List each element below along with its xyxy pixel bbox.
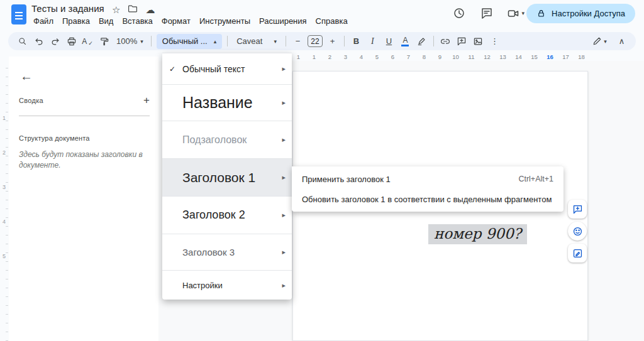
style-menu-item[interactable]: Настройки ▸ xyxy=(162,270,292,300)
editing-mode-select[interactable]: ▾ xyxy=(592,34,608,49)
share-button-label: Настройки Доступа xyxy=(552,9,625,18)
menu-item[interactable]: Вставка xyxy=(118,15,157,27)
style-menu-item-label: Обычный текст xyxy=(182,64,245,74)
comments-icon[interactable] xyxy=(479,6,494,21)
zoom-select[interactable]: 100% ▾ xyxy=(113,36,147,46)
horizontal-ruler-number: 1 xyxy=(291,53,306,60)
menu-item[interactable]: Инструменты xyxy=(195,15,255,27)
video-call-caret-icon[interactable]: ▾ xyxy=(521,10,525,16)
style-menu-item-label: Заголовок 2 xyxy=(182,208,245,222)
vertical-ruler-number: 1 xyxy=(0,114,8,148)
heading1-submenu: Применить заголовок 1 Ctrl+Alt+1 Обновит… xyxy=(292,166,564,212)
add-comment-icon[interactable] xyxy=(454,34,470,49)
horizontal-ruler-number: 6 xyxy=(385,53,401,60)
add-comment-fab[interactable] xyxy=(568,200,587,219)
close-sidebar-icon[interactable]: ← xyxy=(20,69,33,84)
horizontal-ruler-number: 18 xyxy=(574,53,589,60)
submenu-item[interactable]: Применить заголовок 1 Ctrl+Alt+1 xyxy=(292,169,564,189)
horizontal-ruler-number: 14 xyxy=(511,53,526,60)
search-menus-icon[interactable] xyxy=(14,34,30,49)
docs-logo-icon[interactable] xyxy=(11,4,26,24)
paragraph-styles-select[interactable]: Обычный ... ▴ xyxy=(157,34,222,49)
outline-title: Структура документа xyxy=(19,134,90,142)
menu-item[interactable]: Расширения xyxy=(255,15,311,27)
vertical-ruler-number: 3 xyxy=(0,183,8,217)
vertical-ruler-number: 4 xyxy=(0,217,8,252)
increase-font-size-button[interactable]: + xyxy=(325,34,340,49)
highlight-color-icon[interactable] xyxy=(414,34,430,49)
vertical-ruler-number: 5 xyxy=(0,252,8,286)
editing-mode-caret-icon: ▾ xyxy=(604,38,607,45)
submenu-item-label: Применить заголовок 1 xyxy=(302,175,391,184)
add-reaction-fab[interactable] xyxy=(568,222,587,241)
add-summary-icon[interactable]: + xyxy=(143,94,150,107)
outline-placeholder: Здесь будут показаны заголовки в докумен… xyxy=(19,149,152,171)
cloud-status-icon[interactable]: ☁ xyxy=(145,4,155,16)
spellcheck-icon[interactable]: A✓ xyxy=(80,34,96,49)
font-caret-icon: ▾ xyxy=(274,38,277,45)
document-selected-text[interactable]: номер 900? xyxy=(428,224,527,244)
submenu-arrow-icon: ▸ xyxy=(282,136,286,144)
more-options-icon[interactable]: ⋮ xyxy=(487,34,502,49)
menu-item[interactable]: Правка xyxy=(58,15,94,27)
submenu-arrow-icon: ▸ xyxy=(282,99,286,107)
paint-format-icon[interactable] xyxy=(96,34,112,49)
docs-logo-lines xyxy=(15,12,23,21)
underline-button[interactable]: U xyxy=(381,34,397,49)
hide-menus-icon[interactable]: ∧ xyxy=(614,34,630,49)
style-menu-item-label: Заголовок 3 xyxy=(182,247,235,257)
horizontal-ruler-number: 13 xyxy=(495,53,511,60)
move-folder-icon[interactable] xyxy=(128,4,138,16)
horizontal-ruler-number: 15 xyxy=(526,53,542,60)
horizontal-ruler-number: 9 xyxy=(432,53,448,60)
style-menu-item[interactable]: Заголовок 3 ▸ xyxy=(162,234,292,270)
video-call-button[interactable]: ▾ xyxy=(507,7,525,19)
document-tabs-sidebar: ← Сводка + Структура документа Здесь буд… xyxy=(9,57,158,341)
suggest-edits-fab[interactable] xyxy=(568,244,587,263)
bold-button[interactable]: B xyxy=(348,34,364,49)
style-menu-item[interactable]: Подзаголовок ▸ xyxy=(162,121,292,158)
star-icon[interactable]: ☆ xyxy=(112,4,120,16)
font-value: Caveat xyxy=(236,36,262,46)
style-menu-item[interactable]: Заголовок 2 ▸ xyxy=(162,196,292,234)
horizontal-ruler-number: 10 xyxy=(448,53,464,60)
decrease-font-size-button[interactable]: − xyxy=(290,34,306,49)
styles-caret-icon: ▴ xyxy=(214,38,217,45)
style-menu-item-label: Настройки xyxy=(182,281,223,290)
share-button[interactable]: Настройки Доступа xyxy=(526,4,635,23)
menu-bar: ФайлПравкаВидВставкаФорматИнструментыРас… xyxy=(29,15,352,27)
redo-icon[interactable] xyxy=(47,34,63,49)
italic-button[interactable]: I xyxy=(365,34,380,49)
style-menu-item[interactable]: ✓ Обычный текст ▸ xyxy=(162,53,292,84)
submenu-arrow-icon: ▸ xyxy=(282,65,286,73)
insert-link-icon[interactable] xyxy=(438,34,453,49)
submenu-item-shortcut: Ctrl+Alt+1 xyxy=(518,175,553,183)
submenu-item-label: Обновить заголовок 1 в соответствии с вы… xyxy=(302,195,552,204)
style-menu-item[interactable]: Заголовок 1 ▸ xyxy=(162,158,292,196)
horizontal-ruler-number: 1 xyxy=(306,53,322,60)
menu-item[interactable]: Файл xyxy=(29,15,58,27)
summary-label: Сводка xyxy=(19,97,43,104)
insert-image-icon[interactable] xyxy=(470,34,486,49)
version-history-icon[interactable] xyxy=(452,6,467,21)
font-family-select[interactable]: Caveat ▾ xyxy=(231,36,282,46)
submenu-arrow-icon: ▸ xyxy=(282,281,286,290)
menu-item[interactable]: Справка xyxy=(311,15,352,27)
text-color-bar xyxy=(401,45,409,46)
horizontal-ruler-number: 8 xyxy=(416,53,432,60)
text-color-button[interactable]: A xyxy=(397,34,413,49)
font-size-input[interactable]: 22 xyxy=(308,35,323,47)
toolbar-divider xyxy=(286,36,286,46)
vertical-ruler: 12345 xyxy=(0,60,8,341)
menu-item[interactable]: Формат xyxy=(157,15,195,27)
vertical-ruler-number: 2 xyxy=(0,148,8,183)
submenu-item[interactable]: Обновить заголовок 1 в соответствии с вы… xyxy=(292,189,564,209)
print-icon[interactable] xyxy=(64,34,79,49)
style-menu-item[interactable]: Название ▸ xyxy=(162,84,292,121)
horizontal-ruler-number: 17 xyxy=(558,53,574,60)
menu-item[interactable]: Вид xyxy=(94,15,118,27)
horizontal-ruler-number: 7 xyxy=(401,53,416,60)
undo-icon[interactable] xyxy=(31,34,47,49)
toolbar: A✓ 100% ▾ Обычный ... ▴ Caveat ▾ − 22 + … xyxy=(8,32,636,50)
document-title[interactable]: Тесты и задания xyxy=(31,3,104,14)
